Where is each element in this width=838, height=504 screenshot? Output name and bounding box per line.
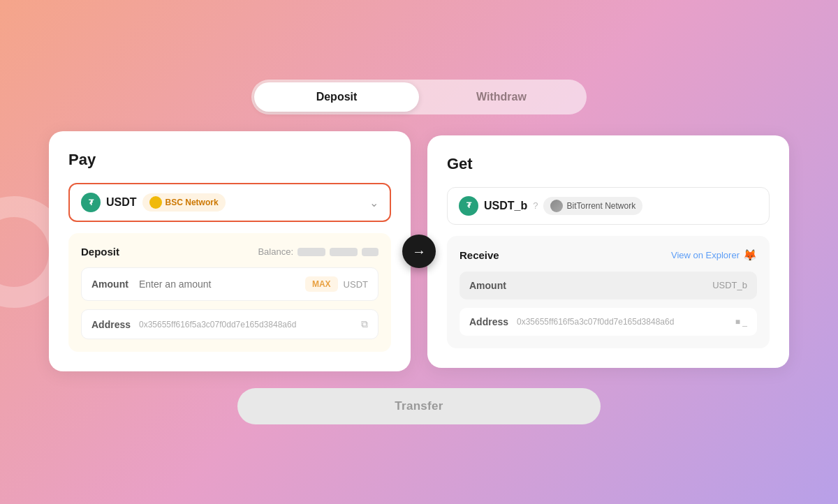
receive-unit-label: USDT_b	[712, 280, 747, 290]
cards-row: Pay ₮ USDT BSC Network ⌄ De	[49, 131, 789, 371]
pay-address-label: Address	[91, 319, 133, 330]
withdraw-tab[interactable]: Withdraw	[419, 82, 584, 112]
pay-network-label: BSC Network	[166, 198, 219, 207]
amount-row: Amount MAX USDT	[81, 267, 378, 301]
balance-block-2	[330, 248, 358, 256]
get-usdt-icon: ₮	[459, 196, 478, 216]
btt-icon	[550, 200, 563, 212]
max-button[interactable]: MAX	[305, 276, 338, 292]
view-explorer-link[interactable]: View on Explorer 🦊	[671, 249, 757, 262]
fire-icon: 🦊	[743, 249, 757, 262]
pay-card: Pay ₮ USDT BSC Network ⌄ De	[49, 131, 411, 371]
get-card-title: Get	[447, 155, 770, 173]
pay-unit-label: USDT	[344, 279, 368, 290]
pay-address-text: 0x35655ff616f5a3c07f0dd7e165d3848a6d	[139, 320, 355, 329]
balance-block-1	[297, 248, 325, 256]
receive-address-row: Address 0x35655ff616f5a3c07f0dd7e165d384…	[460, 308, 757, 336]
amount-label: Amount	[91, 279, 133, 290]
deposit-tab[interactable]: Deposit	[254, 82, 419, 112]
receive-label: Receive	[460, 249, 499, 261]
get-card: Get ₮ USDT_b ? BitTorrent Network	[427, 135, 789, 368]
balance-text: Balance:	[258, 246, 293, 257]
receive-amount-label: Amount	[469, 280, 511, 291]
get-network-badge: BitTorrent Network	[543, 197, 642, 215]
bsc-icon	[149, 196, 162, 209]
pay-network-badge: BSC Network	[142, 193, 226, 212]
transfer-button[interactable]: Transfer	[237, 388, 601, 424]
pay-token-info: ₮ USDT BSC Network	[81, 193, 226, 212]
view-explorer-text: View on Explorer	[671, 250, 740, 260]
pay-token-selector[interactable]: ₮ USDT BSC Network ⌄	[68, 183, 391, 222]
pay-token-name: USDT	[106, 196, 137, 209]
get-token-name: USDT_b	[484, 200, 527, 212]
receive-address-suffix: ■ _	[735, 317, 747, 327]
tab-switcher: Deposit Withdraw	[251, 80, 587, 114]
question-icon[interactable]: ?	[533, 200, 538, 211]
copy-icon[interactable]: ⧉	[361, 318, 368, 330]
deposit-box: Deposit Balance: Amount MAX USDT	[68, 233, 391, 352]
get-token-info: ₮ USDT_b ? BitTorrent Network	[459, 196, 642, 216]
pay-usdt-icon: ₮	[81, 193, 101, 212]
receive-box: Receive View on Explorer 🦊 Amount USDT_b…	[447, 236, 770, 348]
main-container: Deposit Withdraw Pay ₮ USDT BSC Network	[49, 80, 789, 424]
receive-address-text: 0x35655ff616f5a3c07f0dd7e165d3848a6d	[517, 317, 730, 327]
amount-input[interactable]	[139, 279, 300, 290]
deposit-label: Deposit	[81, 246, 119, 258]
pay-card-title: Pay	[68, 151, 391, 169]
balance-block-3	[362, 248, 378, 256]
balance-row: Balance:	[258, 246, 378, 257]
arrow-button[interactable]: →	[402, 235, 436, 268]
chevron-down-icon: ⌄	[369, 196, 378, 209]
get-token-selector: ₮ USDT_b ? BitTorrent Network	[447, 187, 770, 225]
pay-address-row: Address 0x35655ff616f5a3c07f0dd7e165d384…	[81, 309, 378, 339]
receive-amount-row: Amount USDT_b	[460, 272, 757, 299]
receive-box-header: Receive View on Explorer 🦊	[460, 249, 757, 262]
receive-address-label: Address	[469, 316, 511, 327]
get-network-label: BitTorrent Network	[566, 201, 635, 211]
deposit-box-header: Deposit Balance:	[81, 246, 378, 258]
